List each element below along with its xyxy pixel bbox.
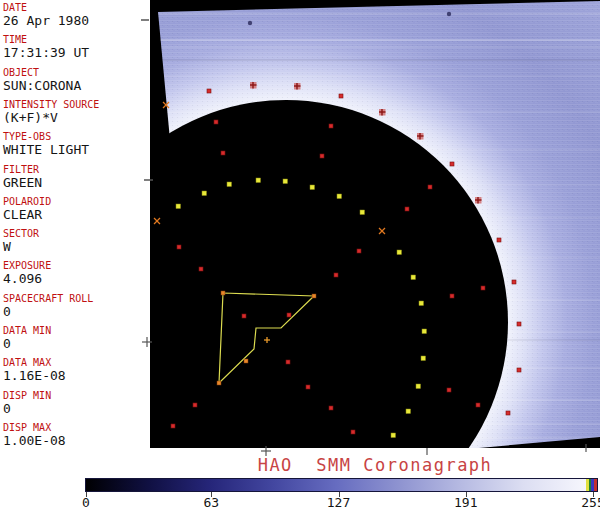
- metadata-field-data-max: DATA MAX1.16E-08: [3, 357, 149, 383]
- metadata-field-type-obs: TYPE-OBSWHITE LIGHT: [3, 131, 149, 157]
- red-marker: [286, 360, 290, 364]
- red-marker: [306, 385, 310, 389]
- colorbar-tick-label: 191: [444, 496, 488, 510]
- field-label: TYPE-OBS: [3, 131, 149, 142]
- field-value: 1.00E-08: [3, 433, 149, 448]
- metadata-field-exposure: EXPOSURE4.096: [3, 260, 149, 286]
- red-marker: [497, 238, 501, 242]
- red-marker: [517, 368, 521, 372]
- colorbar-tick-label: 63: [189, 496, 233, 510]
- yellow-marker: [421, 356, 426, 361]
- field-value: SUN:CORONA: [3, 78, 149, 93]
- yellow-marker: [176, 204, 181, 209]
- yellow-marker: [419, 301, 424, 306]
- yellow-marker: [202, 191, 207, 196]
- field-label: OBJECT: [3, 67, 149, 78]
- red-marker: [171, 424, 175, 428]
- field-label: DATA MAX: [3, 357, 149, 368]
- metadata-field-object: OBJECTSUN:CORONA: [3, 67, 149, 93]
- red-marker: [351, 430, 355, 434]
- red-plus-marker: [250, 82, 257, 89]
- red-marker: [334, 273, 338, 277]
- field-value: (K+F)*V: [3, 110, 149, 125]
- field-label: INTENSITY SOURCE: [3, 99, 149, 110]
- field-value: 0: [3, 304, 149, 319]
- orange-marker: [312, 294, 316, 298]
- metadata-field-disp-min: DISP MIN0: [3, 390, 149, 416]
- field-value: 0: [3, 401, 149, 416]
- red-marker: [450, 294, 454, 298]
- orange-marker: [244, 359, 248, 363]
- field-value: WHITE LIGHT: [3, 142, 149, 157]
- orange-marker: [221, 291, 225, 295]
- red-plus-marker: [417, 133, 424, 140]
- red-marker: [339, 94, 343, 98]
- field-label: DATA MIN: [3, 325, 149, 336]
- colorbar-tick-label: 255: [571, 496, 600, 510]
- red-marker: [207, 89, 211, 93]
- field-value: 17:31:39 UT: [3, 45, 149, 60]
- red-marker: [517, 322, 521, 326]
- field-label: FILTER: [3, 164, 149, 175]
- red-marker: [193, 403, 197, 407]
- field-label: POLAROID: [3, 196, 149, 207]
- colorbar: [85, 478, 598, 492]
- red-marker: [481, 286, 485, 290]
- red-marker: [450, 162, 454, 166]
- red-marker: [320, 154, 324, 158]
- metadata-field-data-min: DATA MIN0: [3, 325, 149, 351]
- yellow-marker: [397, 250, 402, 255]
- field-label: DISP MIN: [3, 390, 149, 401]
- red-marker: [512, 280, 516, 284]
- image-frame: [140, 0, 600, 460]
- red-marker: [177, 245, 181, 249]
- metadata-field-intensity-source: INTENSITY SOURCE(K+F)*V: [3, 99, 149, 125]
- field-label: EXPOSURE: [3, 260, 149, 271]
- yellow-marker: [283, 179, 288, 184]
- yellow-marker: [337, 194, 342, 199]
- metadata-field-sector: SECTORW: [3, 228, 149, 254]
- red-marker: [506, 411, 510, 415]
- metadata-field-spacecraft-roll: SPACECRAFT ROLL0: [3, 293, 149, 319]
- metadata-panel: DATE26 Apr 1980TIME17:31:39 UTOBJECTSUN:…: [0, 0, 150, 460]
- orange-marker: [217, 381, 221, 385]
- dark-spot: [248, 21, 252, 25]
- field-value: GREEN: [3, 175, 149, 190]
- dark-spot: [447, 12, 451, 16]
- yellow-marker: [422, 329, 427, 334]
- image-title: HAO SMM Coronagraph: [150, 456, 600, 474]
- red-plus-marker: [379, 109, 386, 116]
- field-value: 1.16E-08: [3, 368, 149, 383]
- yellow-marker: [256, 178, 261, 183]
- red-marker: [242, 314, 246, 318]
- red-plus-marker: [294, 83, 301, 90]
- metadata-field-time: TIME17:31:39 UT: [3, 34, 149, 60]
- field-value: 26 Apr 1980: [3, 13, 149, 28]
- red-marker: [199, 267, 203, 271]
- red-marker: [357, 249, 361, 253]
- colorbar-tick-label: 0: [64, 496, 108, 510]
- field-label: DATE: [3, 2, 149, 13]
- yellow-marker: [310, 185, 315, 190]
- red-marker: [476, 403, 480, 407]
- metadata-field-polaroid: POLAROIDCLEAR: [3, 196, 149, 222]
- colorbar-tick-label: 127: [317, 496, 361, 510]
- metadata-field-disp-max: DISP MAX1.00E-08: [3, 422, 149, 448]
- field-value: W: [3, 239, 149, 254]
- coronagraph-image: [140, 0, 600, 460]
- red-marker: [214, 120, 218, 124]
- yellow-marker: [391, 433, 396, 438]
- metadata-field-filter: FILTERGREEN: [3, 164, 149, 190]
- red-plus-marker: [475, 197, 482, 204]
- yellow-marker: [360, 210, 365, 215]
- red-marker: [428, 185, 432, 189]
- red-marker: [287, 313, 291, 317]
- field-label: SPACECRAFT ROLL: [3, 293, 149, 304]
- field-value: CLEAR: [3, 207, 149, 222]
- field-label: DISP MAX: [3, 422, 149, 433]
- coronagraph-viewer-window: { "panel": { "label_color": "#c01010", "…: [0, 0, 600, 512]
- field-label: SECTOR: [3, 228, 149, 239]
- red-marker: [329, 406, 333, 410]
- red-marker: [329, 124, 333, 128]
- yellow-marker: [416, 384, 421, 389]
